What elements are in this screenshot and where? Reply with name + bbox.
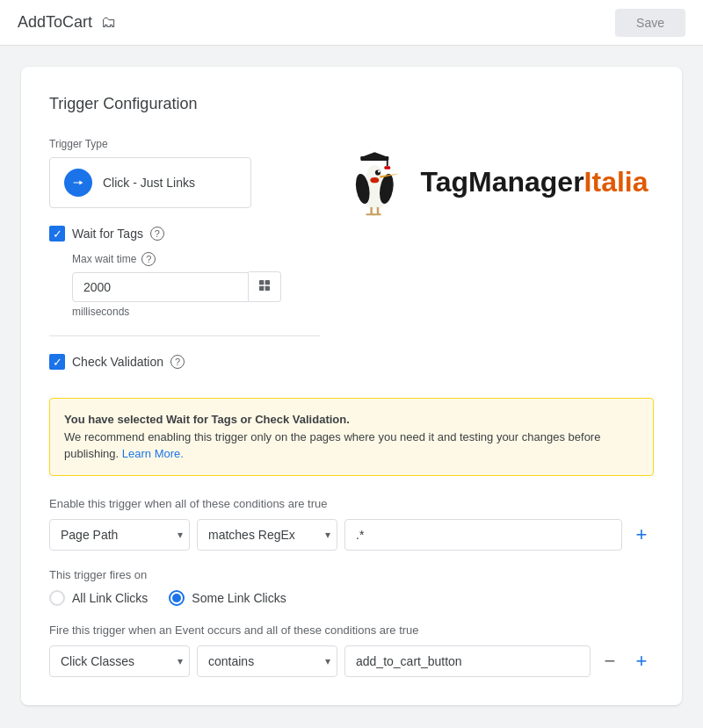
- trigger-type-box[interactable]: Click - Just Links: [49, 157, 251, 208]
- learn-more-link[interactable]: Learn More.: [122, 447, 184, 460]
- conditions-section-label: Enable this trigger when all of these co…: [49, 497, 654, 510]
- some-link-clicks-option[interactable]: Some Link Clicks: [169, 590, 286, 606]
- logo-black-text: TagManager: [420, 166, 583, 198]
- page-title: AddToCart: [18, 13, 92, 32]
- save-button[interactable]: Save: [615, 9, 685, 37]
- svg-rect-1: [265, 280, 270, 285]
- trigger-type-label: Trigger Type: [49, 138, 320, 150]
- logo-orange-text: Italia: [584, 166, 649, 198]
- logo-bird-icon: [343, 147, 413, 217]
- svg-rect-19: [373, 213, 381, 215]
- svg-point-12: [375, 169, 380, 175]
- check-validation-help-icon[interactable]: ?: [170, 355, 185, 369]
- wait-for-tags-label: Wait for Tags: [72, 227, 143, 241]
- svg-rect-17: [377, 207, 379, 215]
- divider-1: [49, 335, 320, 336]
- logo-area: TagManagerItalia: [337, 138, 654, 226]
- trigger-type-name: Click - Just Links: [103, 176, 195, 190]
- condition-operator-select[interactable]: matches RegEx equals contains starts wit…: [197, 519, 337, 551]
- top-bar: AddToCart 🗂 Save: [0, 0, 703, 46]
- fire-condition-field-wrapper: Click Classes Click ID Click URL Click T…: [49, 645, 190, 677]
- max-wait-input-group: [72, 271, 248, 302]
- folder-icon[interactable]: 🗂: [101, 13, 117, 32]
- all-link-clicks-option[interactable]: All Link Clicks: [49, 590, 148, 606]
- milliseconds-label: milliseconds: [72, 306, 320, 318]
- fire-condition-operator-select[interactable]: contains equals matches RegEx starts wit…: [197, 645, 337, 677]
- max-wait-section: Max wait time ? milliseconds: [72, 252, 320, 318]
- fire-condition-operator-wrapper: contains equals matches RegEx starts wit…: [197, 645, 337, 677]
- max-wait-label-row: Max wait time ?: [72, 252, 320, 266]
- max-wait-variable-btn[interactable]: [249, 271, 281, 302]
- card-title: Trigger Configuration: [49, 95, 654, 113]
- fire-condition-row: Click Classes Click ID Click URL Click T…: [49, 645, 654, 677]
- some-link-clicks-radio[interactable]: [169, 590, 185, 606]
- svg-rect-0: [259, 280, 264, 285]
- svg-rect-3: [265, 286, 270, 291]
- trigger-config-card: Trigger Configuration Trigger Type Click…: [21, 67, 682, 705]
- wait-for-tags-checkbox[interactable]: ✓: [49, 226, 65, 241]
- warning-bold: You have selected Wait for Tags or Check…: [64, 413, 350, 426]
- max-wait-input[interactable]: [72, 272, 249, 302]
- radio-row: All Link Clicks Some Link Clicks: [49, 590, 654, 606]
- conditions-row: Page Path Page URL Page Hostname Page Ti…: [49, 519, 654, 551]
- check-validation-row: ✓ Check Validation ?: [49, 354, 320, 370]
- condition-operator-wrapper: matches RegEx equals contains starts wit…: [197, 519, 337, 551]
- logo-text: TagManagerItalia: [420, 166, 648, 198]
- warning-box: You have selected Wait for Tags or Check…: [49, 398, 654, 476]
- some-link-clicks-label: Some Link Clicks: [192, 591, 286, 605]
- fire-condition-label: Fire this trigger when an Event occurs a…: [49, 623, 654, 637]
- add-fire-condition-button[interactable]: +: [629, 649, 654, 674]
- main-content: Trigger Configuration Trigger Type Click…: [0, 46, 703, 726]
- svg-rect-6: [387, 157, 388, 166]
- wait-for-tags-row: ✓ Wait for Tags ?: [49, 226, 320, 241]
- add-condition-button[interactable]: +: [629, 523, 654, 547]
- condition-field-select[interactable]: Page Path Page URL Page Hostname Page Ti…: [49, 519, 190, 551]
- check-validation-checkmark: ✓: [53, 357, 62, 368]
- condition-value-input[interactable]: [344, 519, 622, 551]
- fire-condition-field-select[interactable]: Click Classes Click ID Click URL Click T…: [49, 645, 190, 677]
- fires-on-label: This trigger fires on: [49, 568, 654, 581]
- fires-on-section: This trigger fires on All Link Clicks So…: [49, 568, 654, 606]
- radio-inner-dot: [172, 594, 181, 602]
- fire-condition-value-input[interactable]: [344, 645, 591, 677]
- warning-text: You have selected Wait for Tags or Check…: [64, 411, 639, 463]
- checkmark-icon: ✓: [53, 228, 62, 240]
- trigger-type-icon: [64, 169, 92, 197]
- svg-rect-16: [371, 207, 373, 215]
- svg-rect-7: [385, 166, 391, 169]
- max-wait-help-icon[interactable]: ?: [141, 252, 156, 266]
- remove-fire-condition-button[interactable]: −: [598, 649, 622, 674]
- header-row: Trigger Type Click - Just Links ✓ Wait f…: [49, 138, 654, 380]
- trigger-left: Trigger Type Click - Just Links ✓ Wait f…: [49, 138, 320, 380]
- check-validation-checkbox[interactable]: ✓: [49, 354, 65, 370]
- top-bar-left: AddToCart 🗂: [18, 13, 117, 32]
- svg-rect-2: [259, 286, 264, 291]
- svg-point-13: [378, 170, 380, 172]
- all-link-clicks-label: All Link Clicks: [72, 591, 148, 605]
- wait-for-tags-help-icon[interactable]: ?: [150, 227, 164, 241]
- check-validation-label: Check Validation: [72, 355, 163, 369]
- max-wait-label-text: Max wait time: [72, 253, 136, 265]
- fire-condition-section: Fire this trigger when an Event occurs a…: [49, 623, 654, 677]
- all-link-clicks-radio[interactable]: [49, 590, 65, 606]
- svg-point-15: [371, 177, 380, 183]
- condition-field-wrapper: Page Path Page URL Page Hostname Page Ti…: [49, 519, 190, 551]
